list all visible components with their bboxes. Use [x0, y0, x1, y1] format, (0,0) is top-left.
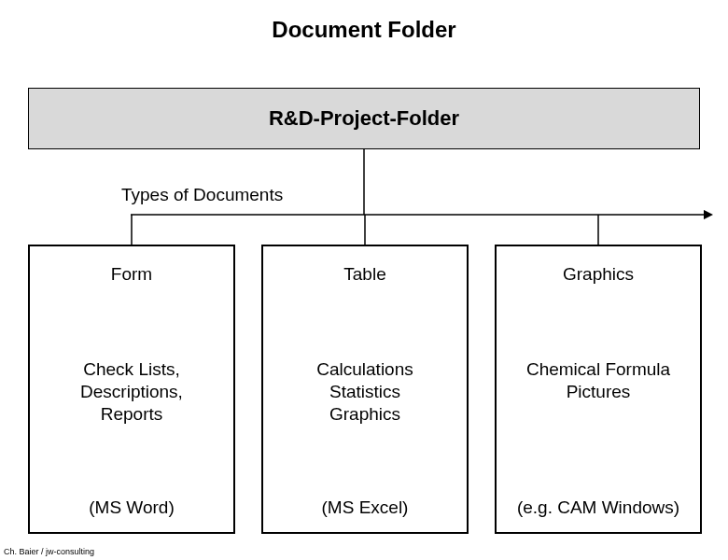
footer-credit: Ch. Baier / jw-consulting	[4, 547, 94, 556]
column-body: Check Lists, Descriptions, Reports	[30, 358, 233, 425]
column-foot: (MS Word)	[30, 497, 233, 519]
column-head: Table	[263, 263, 467, 286]
column-foot: (MS Excel)	[263, 497, 467, 519]
page-title: Document Folder	[0, 0, 728, 43]
column-foot: (e.g. CAM Windows)	[497, 497, 700, 519]
column-head: Graphics	[497, 263, 700, 286]
column-graphics: Graphics Chemical Formula Pictures (e.g.…	[495, 245, 702, 534]
root-folder-box: R&D-Project-Folder	[28, 88, 700, 149]
section-label: Types of Documents	[121, 185, 283, 205]
column-table: Table Calculations Statistics Graphics (…	[261, 245, 469, 534]
column-head: Form	[30, 263, 233, 286]
column-body: Calculations Statistics Graphics	[263, 358, 467, 425]
column-body: Chemical Formula Pictures	[497, 358, 700, 403]
column-form: Form Check Lists, Descriptions, Reports …	[28, 245, 235, 534]
